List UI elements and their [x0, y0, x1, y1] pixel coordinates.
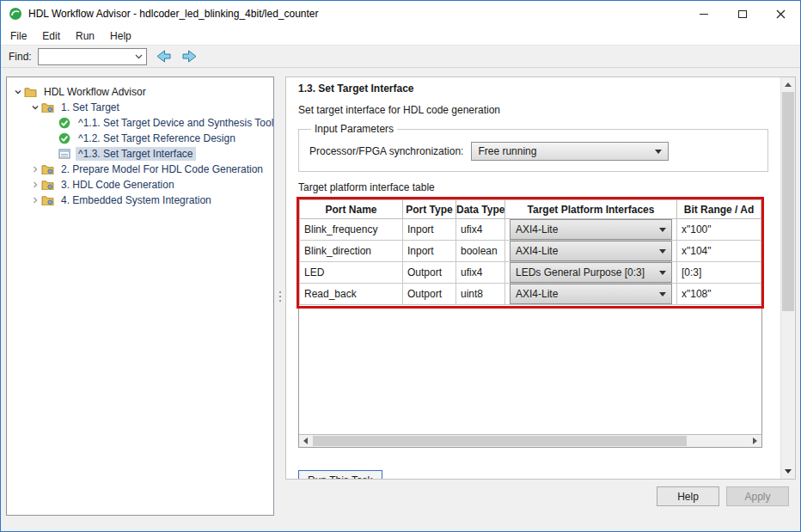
- data-type-cell: boolean: [456, 241, 505, 262]
- expander-collapsed-icon[interactable]: [29, 196, 41, 205]
- task-folder-icon: [41, 164, 58, 174]
- find-next-button[interactable]: [180, 47, 200, 66]
- expander-expanded-icon[interactable]: [29, 103, 41, 112]
- hdl-workflow-advisor-window: { "colors": { "accent_border": "#2a78c5"…: [0, 0, 801, 532]
- forward-arrow-icon: [182, 50, 198, 63]
- port-name-cell: LED: [300, 262, 403, 284]
- close-button[interactable]: [761, 1, 800, 27]
- tree-item-1-2-set-target-reference-design[interactable]: ^1.2. Set Target Reference Design: [7, 131, 273, 146]
- expander-collapsed-icon[interactable]: [29, 180, 41, 189]
- folder-icon: [24, 87, 41, 97]
- dropdown-arrow-icon: [655, 150, 662, 154]
- col-port-type: Port Type: [403, 200, 456, 219]
- port-name-cell: Blink_frequency: [300, 219, 403, 241]
- expander-expanded-icon[interactable]: [12, 88, 24, 96]
- find-input[interactable]: [39, 49, 131, 64]
- apply-button[interactable]: Apply: [726, 486, 789, 506]
- bit-range-cell[interactable]: x"104": [677, 241, 761, 262]
- run-this-task-button[interactable]: Run This Task: [298, 470, 382, 479]
- scroll-right-icon: [753, 437, 757, 444]
- find-toolbar: Find:: [1, 45, 800, 68]
- input-parameters-group: Input Parameters Processor/FPGA synchron…: [298, 123, 768, 172]
- dialog-button-row: Help Apply: [657, 486, 789, 506]
- tree-item-root[interactable]: HDL Workflow Advisor: [7, 84, 273, 100]
- interface-dropdown[interactable]: LEDs General Purpose [0:3]: [510, 262, 672, 283]
- horizontal-scroll-thumb[interactable]: [313, 436, 687, 446]
- bit-range-cell[interactable]: x"108": [677, 284, 761, 305]
- title-bar[interactable]: HDL Workflow Advisor - hdlcoder_led_blin…: [1, 1, 800, 27]
- table-row: LED Outport ufix4 LEDs General Purpose […: [300, 262, 761, 284]
- task-passed-icon: [58, 117, 76, 129]
- port-type-cell: Inport: [403, 241, 456, 262]
- dropdown-arrow-icon: [659, 271, 666, 275]
- col-bit-range: Bit Range / Ad: [677, 200, 761, 219]
- minimize-button[interactable]: [684, 1, 723, 27]
- menu-file[interactable]: File: [3, 28, 34, 44]
- table-label: Target platform interface table: [298, 181, 768, 193]
- chevron-down-icon: [135, 54, 143, 59]
- tree-item-set-target[interactable]: 1. Set Target: [7, 100, 273, 115]
- panel-splitter[interactable]: [274, 76, 285, 516]
- table-row: Blink_frequency Inport ufix4 AXI4-Lite x…: [300, 219, 761, 241]
- port-name-cell: Blink_direction: [300, 241, 403, 262]
- find-previous-button[interactable]: [153, 47, 174, 66]
- sync-label: Processor/FPGA synchronization:: [309, 145, 463, 157]
- interface-dropdown[interactable]: AXI4-Lite: [510, 219, 672, 240]
- table-horizontal-scrollbar[interactable]: [299, 434, 761, 447]
- col-data-type: Data Type: [456, 200, 505, 219]
- panel-vertical-scrollbar[interactable]: [780, 77, 795, 479]
- task-description: Set target interface for HDL code genera…: [298, 104, 768, 116]
- vertical-scroll-thumb[interactable]: [782, 92, 794, 311]
- tree-item-4-embedded-system-integration[interactable]: 4. Embedded System Integration: [7, 193, 273, 208]
- find-combobox: [38, 48, 147, 65]
- scroll-up-button[interactable]: [781, 77, 795, 92]
- task-passed-icon: [58, 132, 76, 144]
- scroll-left-button[interactable]: [299, 435, 312, 447]
- current-task-icon: [58, 148, 76, 160]
- tree-item-3-hdl-code-generation[interactable]: 3. HDL Code Generation: [7, 177, 273, 193]
- find-dropdown-button[interactable]: [131, 49, 146, 64]
- expander-collapsed-icon[interactable]: [29, 165, 41, 174]
- tree-item-1-3-set-target-interface[interactable]: ^1.3. Set Target Interface: [7, 146, 273, 162]
- minimize-icon: [700, 14, 708, 15]
- scroll-down-icon: [785, 469, 792, 474]
- table-row: Read_back Outport uint8 AXI4-Lite x"108": [300, 284, 761, 305]
- data-type-cell: ufix4: [456, 262, 505, 284]
- port-name-cell: Read_back: [300, 284, 403, 305]
- port-type-cell: Outport: [403, 262, 456, 284]
- col-port-name: Port Name: [300, 200, 403, 219]
- dropdown-arrow-icon: [659, 249, 666, 254]
- scroll-right-button[interactable]: [749, 435, 761, 447]
- interface-dropdown[interactable]: AXI4-Lite: [510, 241, 672, 261]
- tree-item-2-prepare-model[interactable]: 2. Prepare Model For HDL Code Generation: [7, 162, 273, 177]
- back-arrow-icon: [156, 50, 171, 63]
- task-folder-icon: [41, 195, 58, 205]
- dropdown-arrow-icon: [659, 228, 666, 232]
- maximize-icon: [738, 10, 747, 18]
- scroll-left-icon: [303, 437, 308, 444]
- table-row: Blink_direction Inport boolean AXI4-Lite…: [300, 241, 761, 262]
- maximize-button[interactable]: [723, 1, 761, 27]
- menu-help[interactable]: Help: [102, 28, 139, 44]
- port-type-cell: Inport: [403, 219, 456, 241]
- menu-run[interactable]: Run: [68, 28, 102, 44]
- col-target-platform-interfaces: Target Platform Interfaces: [505, 200, 677, 219]
- task-folder-icon: [41, 180, 58, 190]
- task-folder-icon: [41, 102, 58, 113]
- interface-table-widget: Port Name Port Type Data Type Target Pla…: [298, 199, 762, 448]
- dropdown-arrow-icon: [659, 292, 666, 297]
- window-title: HDL Workflow Advisor - hdlcoder_led_blin…: [28, 8, 319, 20]
- workflow-tree: HDL Workflow Advisor 1. Set Target ^1.1.…: [6, 76, 274, 516]
- scroll-down-button[interactable]: [781, 464, 795, 479]
- help-button[interactable]: Help: [657, 486, 719, 506]
- bit-range-cell[interactable]: [0:3]: [677, 262, 761, 284]
- task-heading: 1.3. Set Target Interface: [298, 83, 768, 95]
- sync-dropdown[interactable]: Free running: [471, 142, 669, 161]
- window-controls: [684, 1, 800, 27]
- bit-range-cell[interactable]: x"100": [677, 219, 761, 241]
- scroll-up-icon: [785, 83, 792, 87]
- interface-table: Port Name Port Type Data Type Target Pla…: [299, 199, 761, 305]
- menu-edit[interactable]: Edit: [34, 28, 68, 44]
- interface-dropdown[interactable]: AXI4-Lite: [510, 284, 672, 304]
- tree-item-1-1-set-target-device[interactable]: ^1.1. Set Target Device and Synthesis To…: [7, 115, 273, 131]
